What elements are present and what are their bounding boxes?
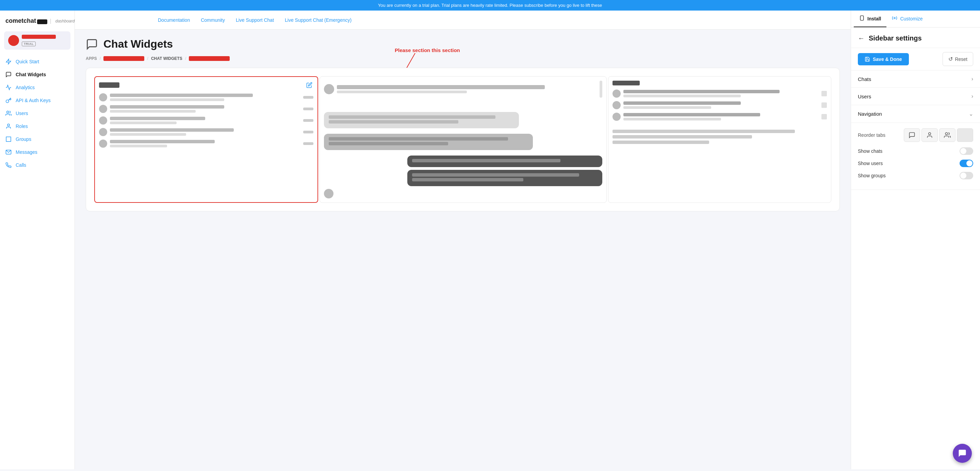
sidebar-item-label: Roles (16, 124, 28, 129)
section-chats-header[interactable]: Chats › (851, 70, 980, 88)
preview-panel-conversation (320, 76, 607, 203)
sidebar-item-label: Analytics (16, 85, 35, 90)
right-content (624, 113, 819, 121)
back-button[interactable]: ← (858, 34, 865, 42)
sidebar-item-label: Groups (16, 137, 31, 142)
right-bar (624, 113, 760, 116)
bubble-bar (329, 137, 508, 140)
preview-bar (110, 128, 234, 132)
breadcrumb: APPS / / CHAT WIDGETS / (86, 56, 840, 61)
preview-chat-item (99, 93, 313, 102)
bubble-bar (329, 142, 449, 145)
preview-bar (110, 105, 224, 108)
right-panel-title (612, 81, 640, 86)
nav-link-community[interactable]: Community (201, 18, 225, 23)
show-users-toggle[interactable] (959, 160, 973, 167)
sidebar-item-chat-widgets[interactable]: Chat Widgets (0, 68, 75, 81)
calls-icon (5, 162, 11, 168)
right-avatar (612, 89, 620, 98)
breadcrumb-sep1: / (100, 56, 101, 61)
sidebar-item-users[interactable]: Users (0, 107, 75, 120)
preview-title-bar (99, 82, 119, 88)
right-meta (821, 114, 827, 119)
logo-subtitle: dashboard (56, 19, 75, 24)
page-header: Chat Widgets (86, 38, 840, 50)
tab-control-chat[interactable] (904, 128, 920, 142)
bubble-bar-dark (412, 178, 523, 181)
banner-text: You are currently on a trial plan. Trial… (378, 3, 602, 8)
tab-install[interactable]: Install (854, 11, 886, 27)
svg-point-8 (894, 18, 895, 19)
user-name-bar (337, 85, 545, 89)
right-bar (624, 90, 780, 93)
tab-control-user[interactable] (921, 128, 938, 142)
preview-meta (303, 119, 313, 122)
user-block: TRIAL (4, 31, 70, 50)
settings-actions: Save & Done ↺ Reset (851, 48, 980, 70)
trial-banner: You are currently on a trial plan. Trial… (0, 0, 980, 11)
install-icon (859, 15, 865, 22)
sidebar-item-groups[interactable]: Groups (0, 133, 75, 146)
right-avatar (612, 101, 620, 109)
sidebar-item-api-auth[interactable]: API & Auth Keys (0, 94, 75, 107)
save-done-button[interactable]: Save & Done (858, 53, 909, 65)
preview-sub-bar (110, 121, 177, 124)
nav-link-live-support-emergency[interactable]: Live Support Chat (Emergency) (285, 18, 352, 23)
tab-control-group[interactable] (939, 128, 956, 142)
chevron-right-icon: › (972, 93, 973, 99)
preview-meta (303, 108, 313, 110)
show-groups-row: Show groups (858, 172, 973, 179)
preview-meta (303, 130, 313, 134)
sidebar-item-messages[interactable]: Messages (0, 146, 75, 159)
sidebar-item-label: Calls (16, 162, 26, 168)
edit-icon[interactable] (305, 81, 313, 89)
sidebar-item-analytics[interactable]: Analytics (0, 81, 75, 94)
reset-button[interactable]: ↺ Reset (943, 52, 973, 66)
breadcrumb-apps: APPS (86, 56, 97, 61)
settings-header: ← Sidebar settings (851, 27, 980, 48)
show-groups-toggle[interactable] (959, 172, 973, 179)
right-content (624, 90, 819, 97)
section-users-header[interactable]: Users › (851, 88, 980, 105)
preview-panel-chats (94, 76, 318, 203)
preview-chat-content (110, 140, 301, 147)
nav-link-documentation[interactable]: Documentation (158, 18, 190, 23)
right-bar (624, 102, 740, 105)
chevron-right-icon: › (972, 76, 973, 82)
section-users: Users › (851, 88, 980, 105)
tab-customize[interactable]: Customize (886, 11, 928, 27)
floating-chat-button[interactable] (953, 444, 972, 463)
show-groups-label: Show groups (858, 173, 886, 178)
trial-badge: TRIAL (22, 41, 36, 46)
section-chats-label: Chats (858, 76, 871, 82)
show-chats-toggle[interactable] (959, 147, 973, 155)
sidebar-item-roles[interactable]: Roles (0, 120, 75, 133)
widget-preview (86, 68, 840, 211)
svg-point-9 (929, 133, 931, 135)
save-done-label: Save & Done (873, 56, 902, 62)
show-users-row: Show users (858, 160, 973, 167)
role-icon (5, 123, 11, 129)
show-chats-label: Show chats (858, 148, 882, 154)
tab-customize-label: Customize (900, 16, 923, 21)
quick-start-icon (5, 59, 11, 65)
conversation-user-info (337, 85, 597, 93)
breadcrumb-redacted-1 (103, 56, 144, 61)
nav-link-live-support[interactable]: Live Support Chat (236, 18, 274, 23)
svg-point-2 (8, 124, 10, 126)
section-navigation-header[interactable]: Navigation ⌄ (851, 105, 980, 123)
preview-sub-bar (110, 145, 167, 147)
right-user-item (612, 113, 827, 121)
breadcrumb-sep2: / (147, 56, 148, 61)
top-nav: Documentation Community Live Support Cha… (75, 11, 851, 30)
preview-panel-users (608, 76, 831, 203)
sidebar-item-label: API & Auth Keys (16, 98, 51, 103)
preview-chat-item (99, 116, 313, 124)
settings-title: Sidebar settings (869, 34, 922, 42)
user-status-bar (337, 91, 467, 93)
chat-icon (5, 72, 11, 78)
sidebar-item-quick-start[interactable]: Quick Start (0, 55, 75, 68)
sidebar-item-calls[interactable]: Calls (0, 159, 75, 172)
right-detail-bar (612, 130, 795, 133)
reset-icon: ↺ (948, 56, 953, 62)
